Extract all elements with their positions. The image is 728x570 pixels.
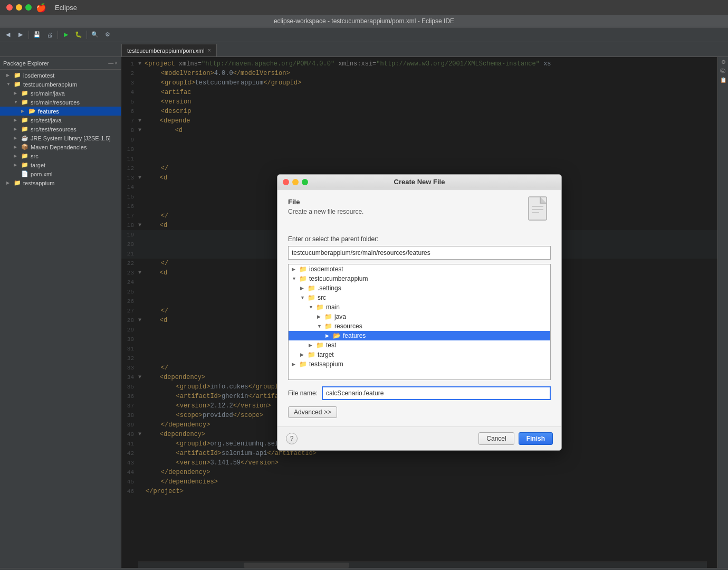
modal-tree-features[interactable]: ▶ 📂 features <box>289 331 550 340</box>
modal-folder-icon-java: 📁 <box>324 313 332 320</box>
toolbar-btn-back[interactable]: ◀ <box>2 29 14 41</box>
expand-arrow-features: ▶ <box>21 109 26 113</box>
sidebar-item-target[interactable]: ▶ 📁 target <box>0 160 121 169</box>
sidebar-label-src-test-resources: src/test/resources <box>31 126 76 132</box>
sidebar-item-src-main-java[interactable]: ▶ 📁 src/main/java <box>0 89 121 98</box>
modal-folder-icon-features-selected: 📂 <box>333 332 341 339</box>
finish-button[interactable]: Finish <box>519 432 553 445</box>
app-name: Eclipse <box>55 4 77 12</box>
toolbar-btn-debug[interactable]: 🐛 <box>73 29 84 41</box>
toolbar-btn-search[interactable]: 🔍 <box>89 29 101 41</box>
help-button[interactable]: ? <box>286 433 298 444</box>
project-icon-testsappium: 📁 <box>14 179 21 186</box>
modal-folder-icon-src: 📁 <box>308 294 315 301</box>
toolbar-btn-print[interactable]: 🖨 <box>44 29 55 41</box>
modal-tree-src[interactable]: ▼ 📁 src <box>289 293 550 302</box>
sidebar-label-testcucumberappium: testcucumberappium <box>23 81 77 88</box>
sidebar-item-testcucumberappium[interactable]: ▼ 📁 testcucumberappium <box>0 80 121 89</box>
file-icon <box>528 196 551 229</box>
sidebar-item-src-test-java[interactable]: ▶ 📁 src/test/java <box>0 116 121 125</box>
tab-close-btn[interactable]: × <box>208 48 211 53</box>
modal-titlebar: Create New File <box>277 175 561 189</box>
toolbar-btn-save[interactable]: 💾 <box>31 29 43 41</box>
sidebar-item-maven-deps[interactable]: ▶ 📦 Maven Dependencies <box>0 142 121 151</box>
folder-icon-src: 📁 <box>21 153 28 159</box>
modal-tree-label-iosdemotest: iosdemotest <box>309 265 343 273</box>
modal-tree-label-src: src <box>318 294 326 301</box>
modal-section-subtitle: Create a new file resource. <box>288 208 363 215</box>
sidebar-item-src-main-resources[interactable]: ▼ 📁 src/main/resources <box>0 98 121 107</box>
modal-tree-iosdemotest[interactable]: ▶ 📁 iosdemotest <box>289 264 550 274</box>
right-panel-btn-2[interactable]: @ <box>720 68 726 73</box>
modal-footer: ? Cancel Finish <box>277 426 561 450</box>
pom-icon: 📄 <box>21 170 28 177</box>
help-icon: ? <box>290 435 294 442</box>
toolbar-sep-2 <box>58 31 58 39</box>
modal-maximize-light[interactable] <box>302 179 308 185</box>
expand-arrow-testcucumberappium: ▼ <box>6 82 12 87</box>
toolbar-btn-forward[interactable]: ▶ <box>15 29 26 41</box>
sidebar-item-pom-xml[interactable]: ▶ 📄 pom.xml <box>0 169 121 178</box>
modal-section-title: File <box>288 198 363 206</box>
modal-tree-label-java: java <box>334 313 346 320</box>
right-panel-btn-1[interactable]: ⚙ <box>720 59 726 65</box>
file-name-row: File name: <box>288 386 551 400</box>
sidebar-content: ▶ 📁 iosdemotest ▼ 📁 testcucumberappium ▶… <box>0 70 121 568</box>
sidebar-item-iosdemotest[interactable]: ▶ 📁 iosdemotest <box>0 71 121 80</box>
file-name-input[interactable] <box>322 386 551 400</box>
folder-label: Enter or select the parent folder: <box>288 235 551 243</box>
sidebar-minimize-btn[interactable]: — <box>108 60 113 66</box>
modal-folder-icon-test: 📁 <box>316 341 324 349</box>
toolbar-sep-3 <box>87 31 87 39</box>
sidebar-item-src-test-resources[interactable]: ▶ 📁 src/test/resources <box>0 125 121 134</box>
modal-tree-testcucumberappium[interactable]: ▼ 📁 testcucumberappium <box>289 274 550 283</box>
modal-minimize-light[interactable] <box>292 179 299 185</box>
window-title: eclipse-workspace - testcucumberappium/p… <box>0 15 728 27</box>
modal-title: Create New File <box>394 178 445 186</box>
sidebar-label-iosdemotest: iosdemotest <box>23 72 54 79</box>
close-traffic-light[interactable] <box>6 4 13 11</box>
sidebar-item-features[interactable]: ▶ 📂 features <box>0 107 121 116</box>
expand-arrow-src-main-resources: ▼ <box>14 100 19 104</box>
maximize-traffic-light[interactable] <box>25 4 32 11</box>
folder-icon-src-test-resources: 📁 <box>21 126 28 132</box>
minimize-traffic-light[interactable] <box>16 4 22 11</box>
modal-tree-label-test: test <box>326 341 336 349</box>
sidebar-label-testsappium: testsappium <box>23 180 54 186</box>
toolbar-btn-ref[interactable]: ⚙ <box>102 29 113 41</box>
modal-tree-settings[interactable]: ▶ 📁 .settings <box>289 283 550 293</box>
sidebar-item-testsappium[interactable]: ▶ 📁 testsappium <box>0 178 121 187</box>
folder-icon-src-main-resources: 📁 <box>21 99 28 106</box>
modal-tree-label-target: target <box>318 351 334 358</box>
editor-tab-pom-xml[interactable]: testcucumberappium/pom.xml × <box>121 44 217 56</box>
toolbar-btn-run[interactable]: ▶ <box>60 29 72 41</box>
modal-close-light[interactable] <box>283 179 289 185</box>
modal-tree-java[interactable]: ▶ 📁 java <box>289 312 550 321</box>
modal-tree-resources[interactable]: ▼ 📁 resources <box>289 321 550 331</box>
project-icon-testcucumberappium: 📁 <box>14 81 21 88</box>
modal-tree-testsappium[interactable]: ▶ 📁 testsappium <box>289 359 550 369</box>
modal-folder-icon-resources: 📁 <box>324 322 332 330</box>
modal-tree-main[interactable]: ▼ 📁 main <box>289 302 550 312</box>
expand-arrow-target: ▶ <box>14 163 19 167</box>
sidebar-item-jre[interactable]: ▶ ☕ JRE System Library [J2SE-1.5] <box>0 134 121 142</box>
eclipse-toolbar: ◀ ▶ 💾 🖨 ▶ 🐛 🔍 ⚙ <box>0 27 728 42</box>
modal-tree-test[interactable]: ▶ 📁 test <box>289 340 550 350</box>
sidebar-label-src-main-java: src/main/java <box>31 90 65 97</box>
modal-tree-label-features: features <box>343 332 366 339</box>
right-panel-btn-3[interactable]: 📋 <box>720 77 726 83</box>
sidebar-item-src[interactable]: ▶ 📁 src <box>0 151 121 160</box>
modal-folder-icon-iosdemotest: 📁 <box>299 265 307 273</box>
folder-path-input[interactable] <box>288 246 551 260</box>
sidebar-label-src-test-java: src/test/java <box>31 117 62 124</box>
expand-arrow-jre: ▶ <box>14 136 19 140</box>
modal-tree[interactable]: ▶ 📁 iosdemotest ▼ 📁 testcucumberappium ▶… <box>288 264 551 380</box>
folder-icon-src-main-java: 📁 <box>21 90 28 97</box>
editor-area[interactable]: 1 ▼ <project xmlns="http://maven.apache.… <box>121 57 717 568</box>
sidebar-close-btn[interactable]: × <box>114 60 118 66</box>
advanced-button[interactable]: Advanced >> <box>288 406 337 418</box>
cancel-button[interactable]: Cancel <box>478 432 514 445</box>
modal-tree-target[interactable]: ▶ 📁 target <box>289 350 550 359</box>
folder-icon-src-test-java: 📁 <box>21 117 28 124</box>
sidebar-label-src: src <box>31 153 39 159</box>
